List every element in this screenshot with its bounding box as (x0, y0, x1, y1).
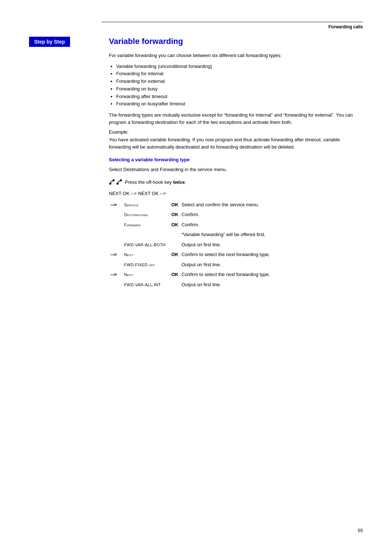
page-container: Forwarding calls Step by Step Variable f… (0, 0, 392, 555)
ok-cell: OK (170, 200, 180, 210)
table-row: FWD-VAR-ALL-BOTH Output on first line. (109, 240, 363, 250)
ok-cell: OK (170, 210, 180, 220)
arrow-cell (109, 220, 123, 230)
ok-cell (170, 240, 180, 250)
ok-cell: OK (170, 270, 180, 280)
header-rule (102, 22, 363, 22)
display-cell: FWD-FIXED off (123, 260, 170, 270)
description-cell: Output on first line. (180, 240, 363, 250)
table-row: “Variable forwarding” will be offered fi… (109, 230, 363, 240)
display-cell (123, 230, 170, 240)
description-cell: Output on first line. (180, 260, 363, 270)
display-cell: Forward (123, 220, 170, 230)
icon-instruction-row: Press the off-hook key twice. (109, 177, 363, 188)
list-item: Forwarding after timeout (116, 93, 363, 101)
table-row: FWD-FIXED off Output on first line. (109, 260, 363, 270)
table-row: Destinations OK Confirm. (109, 210, 363, 220)
arrow-cell (109, 260, 123, 270)
display-cell: FWD-VAR-ALL-BOTH (123, 240, 170, 250)
step-by-step-badge: Step by Step (29, 37, 70, 47)
table-row: ––> Next OK Confirm to select the next f… (109, 250, 363, 260)
subsection-intro: Select Destinations and Forwarding in th… (109, 166, 363, 173)
arrow-cell (109, 230, 123, 240)
display-cell: Service (123, 200, 170, 210)
example-text: You have activated variable forwarding. … (109, 136, 363, 150)
section-title: Variable forwarding (109, 37, 363, 46)
arrow-cell (109, 210, 123, 220)
left-sidebar: Step by Step (29, 37, 102, 289)
arrow-cell (109, 240, 123, 250)
description-cell: Confirm to select the next forwarding ty… (180, 270, 363, 280)
arrow-cell: ––> (109, 270, 123, 280)
example-label: Example: (109, 129, 363, 135)
arrow-cell: ––> (109, 250, 123, 260)
table-row: ––> Service OK Select and confirm the se… (109, 200, 363, 210)
bullet-list: Variable forwarding (unconditional forwa… (116, 63, 363, 108)
ok-cell (170, 230, 180, 240)
header-title: Forwarding calls (29, 24, 363, 29)
intro-para1: For variable forwarding you can choose b… (109, 52, 363, 59)
para2: The forwarding types are mutually exclus… (109, 112, 363, 126)
display-cell: Next (123, 270, 170, 280)
table-row: Forward OK Confirm. (109, 220, 363, 230)
instruction-table: ––> Service OK Select and confirm the se… (109, 200, 363, 290)
icon-instruction-text: Press the off-hook key twice. (125, 179, 186, 185)
list-item: Variable forwarding (unconditional forwa… (116, 63, 363, 70)
ok-cell: OK (170, 250, 180, 260)
ok-cell (170, 260, 180, 270)
list-item: Forwarding on busy/after timeout (116, 100, 363, 108)
description-cell: Output on first line. (180, 280, 363, 290)
arrow-cell (109, 280, 123, 290)
list-item: Forwarding for internal (116, 70, 363, 78)
description-cell: Confirm to select the next forwarding ty… (180, 250, 363, 260)
list-item: Forwarding for external (116, 78, 363, 85)
description-cell: Select and confirm the service menu. (180, 200, 363, 210)
display-cell: Next (123, 250, 170, 260)
ok-cell: OK (170, 220, 180, 230)
display-cell: FWD-VAR-ALL-INT (123, 280, 170, 290)
phone-offhook-icon (109, 177, 123, 188)
main-content: Step by Step Variable forwarding For var… (29, 37, 363, 289)
description-cell: “Variable forwarding” will be offered fi… (180, 230, 363, 240)
arrow-cell: ––> (109, 200, 123, 210)
subsection-heading: Selecting a variable forwarding type (109, 157, 363, 162)
table-row: ––> Next OK Confirm to select the next f… (109, 270, 363, 280)
page-number: 55 (358, 528, 363, 533)
list-item: Forwarding on busy (116, 85, 363, 93)
table-row: FWD-VAR-ALL-INT Output on first line. (109, 280, 363, 290)
content-area: Variable forwarding For variable forward… (102, 37, 363, 289)
display-cell: Destinations (123, 210, 170, 220)
description-cell: Confirm. (180, 210, 363, 220)
description-cell: Confirm. (180, 220, 363, 230)
ok-cell (170, 280, 180, 290)
